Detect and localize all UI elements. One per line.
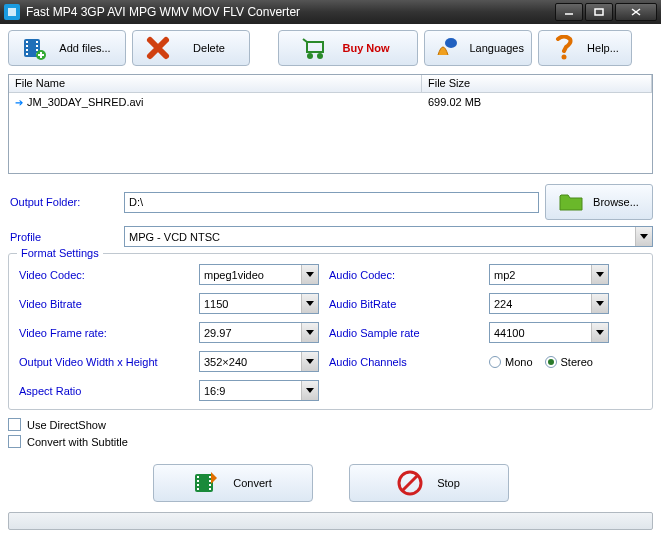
- audio-codec-select[interactable]: mp2: [489, 264, 609, 285]
- stop-button[interactable]: Stop: [349, 464, 509, 502]
- stop-icon: [397, 470, 423, 496]
- svg-point-21: [445, 38, 457, 48]
- languages-label: Languages: [469, 42, 521, 54]
- audio-sample-select[interactable]: 44100: [489, 322, 609, 343]
- file-list[interactable]: File Name File Size ➔ JM_30DAY_SHRED.avi…: [8, 74, 653, 174]
- help-button[interactable]: Help...: [538, 30, 632, 66]
- use-directshow-label: Use DirectShow: [27, 419, 106, 431]
- svg-line-33: [403, 476, 417, 490]
- window-title: Fast MP4 3GP AVI MPG WMV MOV FLV Convert…: [26, 5, 555, 19]
- svg-rect-8: [26, 49, 28, 51]
- svg-rect-31: [209, 488, 211, 490]
- delete-icon: [144, 34, 172, 62]
- svg-point-19: [317, 53, 323, 59]
- add-files-button[interactable]: Add files...: [8, 30, 126, 66]
- file-name-cell: JM_30DAY_SHRED.avi: [27, 96, 144, 108]
- svg-line-20: [303, 39, 307, 42]
- toolbar: Add files... Delete Buy Now Languages H: [8, 30, 653, 66]
- convert-subtitle-checkbox[interactable]: Convert with Subtitle: [8, 435, 653, 448]
- help-label: Help...: [586, 42, 620, 54]
- chevron-down-icon: [591, 294, 608, 313]
- film-add-icon: [20, 34, 48, 62]
- close-button[interactable]: [615, 3, 657, 21]
- buy-now-button[interactable]: Buy Now: [278, 30, 418, 66]
- output-folder-input[interactable]: [124, 192, 539, 213]
- format-settings-group: Format Settings Video Codec: mpeg1video …: [8, 253, 653, 410]
- convert-subtitle-label: Convert with Subtitle: [27, 436, 128, 448]
- svg-rect-2: [595, 9, 603, 15]
- use-directshow-checkbox[interactable]: Use DirectShow: [8, 418, 653, 431]
- browse-label: Browse...: [593, 196, 639, 208]
- svg-point-18: [307, 53, 313, 59]
- format-legend: Format Settings: [17, 247, 103, 259]
- progress-bar: [8, 512, 653, 530]
- svg-rect-17: [307, 42, 323, 52]
- video-framerate-select[interactable]: 29.97: [199, 322, 319, 343]
- svg-point-22: [562, 55, 567, 60]
- stereo-radio[interactable]: Stereo: [545, 356, 593, 368]
- svg-rect-0: [8, 8, 16, 16]
- chevron-down-icon: [591, 265, 608, 284]
- video-bitrate-select[interactable]: 1150: [199, 293, 319, 314]
- cart-icon: [301, 34, 329, 62]
- chevron-down-icon: [301, 323, 318, 342]
- output-folder-label: Output Folder:: [8, 196, 118, 208]
- file-size-cell: 699.02 MB: [422, 95, 652, 109]
- languages-button[interactable]: Languages: [424, 30, 532, 66]
- audio-codec-label: Audio Codec:: [329, 269, 489, 281]
- video-codec-label: Video Codec:: [19, 269, 199, 281]
- svg-rect-12: [36, 49, 38, 51]
- chevron-down-icon: [301, 381, 318, 400]
- help-icon: [550, 34, 578, 62]
- audio-bitrate-label: Audio BitRate: [329, 298, 489, 310]
- chevron-down-icon: [635, 227, 652, 246]
- browse-button[interactable]: Browse...: [545, 184, 653, 220]
- svg-rect-10: [36, 41, 38, 43]
- svg-rect-28: [209, 476, 211, 478]
- file-row[interactable]: ➔ JM_30DAY_SHRED.avi 699.02 MB: [9, 93, 652, 111]
- titlebar: Fast MP4 3GP AVI MPG WMV MOV FLV Convert…: [0, 0, 661, 24]
- audio-bitrate-select[interactable]: 224: [489, 293, 609, 314]
- arrow-icon: ➔: [15, 97, 23, 108]
- profile-value: MPG - VCD NTSC: [125, 231, 635, 243]
- svg-rect-26: [197, 484, 199, 486]
- minimize-button[interactable]: [555, 3, 583, 21]
- add-files-label: Add files...: [56, 42, 114, 54]
- maximize-button[interactable]: [585, 3, 613, 21]
- svg-rect-9: [26, 53, 28, 55]
- profile-label: Profile: [8, 231, 118, 243]
- checkbox-icon: [8, 435, 21, 448]
- mono-radio[interactable]: Mono: [489, 356, 533, 368]
- svg-rect-24: [197, 476, 199, 478]
- languages-icon: [435, 34, 461, 62]
- convert-label: Convert: [233, 477, 272, 489]
- svg-rect-29: [209, 480, 211, 482]
- svg-rect-27: [197, 488, 199, 490]
- video-size-select[interactable]: 352×240: [199, 351, 319, 372]
- convert-button[interactable]: Convert: [153, 464, 313, 502]
- delete-button[interactable]: Delete: [132, 30, 250, 66]
- col-filename[interactable]: File Name: [9, 75, 422, 92]
- aspect-ratio-select[interactable]: 16:9: [199, 380, 319, 401]
- chevron-down-icon: [301, 352, 318, 371]
- chevron-down-icon: [301, 265, 318, 284]
- svg-rect-25: [197, 480, 199, 482]
- chevron-down-icon: [591, 323, 608, 342]
- checkbox-icon: [8, 418, 21, 431]
- col-filesize[interactable]: File Size: [422, 75, 652, 92]
- video-codec-select[interactable]: mpeg1video: [199, 264, 319, 285]
- folder-icon: [559, 192, 583, 212]
- video-framerate-label: Video Frame rate:: [19, 327, 199, 339]
- app-icon: [4, 4, 20, 20]
- file-list-header: File Name File Size: [9, 75, 652, 93]
- stop-label: Stop: [437, 477, 460, 489]
- profile-select[interactable]: MPG - VCD NTSC: [124, 226, 653, 247]
- aspect-ratio-label: Aspect Ratio: [19, 385, 199, 397]
- delete-label: Delete: [180, 42, 238, 54]
- svg-rect-11: [36, 45, 38, 47]
- audio-channels-label: Audio Channels: [329, 356, 489, 368]
- chevron-down-icon: [301, 294, 318, 313]
- video-bitrate-label: Video Bitrate: [19, 298, 199, 310]
- svg-rect-30: [209, 484, 211, 486]
- svg-rect-6: [26, 41, 28, 43]
